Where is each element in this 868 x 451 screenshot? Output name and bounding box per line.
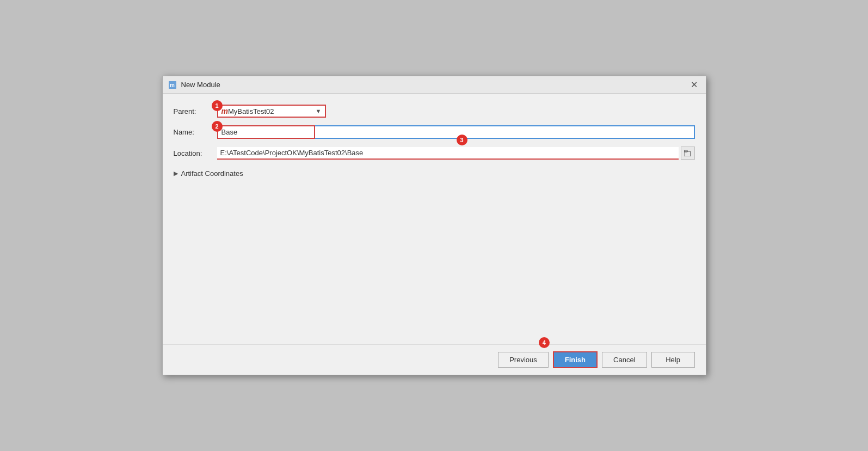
name-input[interactable] <box>218 126 314 138</box>
help-button[interactable]: Help <box>651 352 695 368</box>
artifact-coordinates-row[interactable]: ▶ Artifact Coordinates <box>174 169 695 178</box>
new-module-dialog: m New Module ✕ Parent: 1 m MyBatisTest02… <box>162 76 706 375</box>
parent-row: Parent: 1 m MyBatisTest02 ▼ <box>174 105 695 118</box>
badge-1: 1 <box>212 100 223 111</box>
name-input-wrap <box>217 125 315 139</box>
artifact-arrow-icon: ▶ <box>174 170 178 177</box>
artifact-label: Artifact Coordinates <box>181 169 243 178</box>
badge-4: 4 <box>539 337 550 348</box>
dialog-title: New Module <box>181 81 220 89</box>
finish-btn-wrap: 4 Finish <box>553 351 598 368</box>
parent-label: Parent: <box>174 107 217 115</box>
location-input[interactable] <box>217 147 679 160</box>
badge-2: 2 <box>212 121 223 132</box>
close-button[interactable]: ✕ <box>688 79 700 91</box>
parent-m-icon: m <box>221 107 228 115</box>
dialog-footer: Previous 4 Finish Cancel Help <box>163 344 706 375</box>
badge-3: 3 <box>457 135 467 145</box>
name-label: Name: <box>174 128 217 136</box>
dialog-body: Parent: 1 m MyBatisTest02 ▼ Name: 2 <box>163 94 706 344</box>
location-row: Location: 3 <box>174 147 695 160</box>
title-bar-left: m New Module <box>168 81 220 89</box>
location-wrap: 3 <box>217 147 695 160</box>
dropdown-arrow-icon: ▼ <box>316 108 322 114</box>
parent-select-wrap: m MyBatisTest02 ▼ <box>217 105 326 118</box>
location-browse-button[interactable] <box>681 147 695 160</box>
finish-button[interactable]: Finish <box>553 351 598 368</box>
parent-select[interactable]: MyBatisTest02 <box>228 107 313 115</box>
svg-text:m: m <box>170 82 175 88</box>
title-bar: m New Module ✕ <box>163 76 706 94</box>
name-row: Name: 2 <box>174 125 695 139</box>
previous-button[interactable]: Previous <box>498 352 549 368</box>
cancel-button[interactable]: Cancel <box>602 352 647 368</box>
location-label: Location: <box>174 149 217 157</box>
dialog-icon: m <box>168 81 177 89</box>
